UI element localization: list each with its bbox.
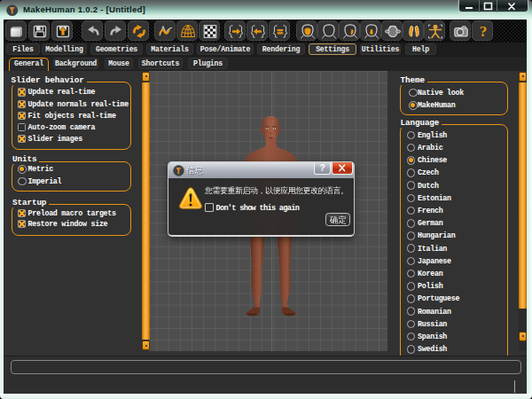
svg-text:?: ? bbox=[480, 23, 488, 40]
